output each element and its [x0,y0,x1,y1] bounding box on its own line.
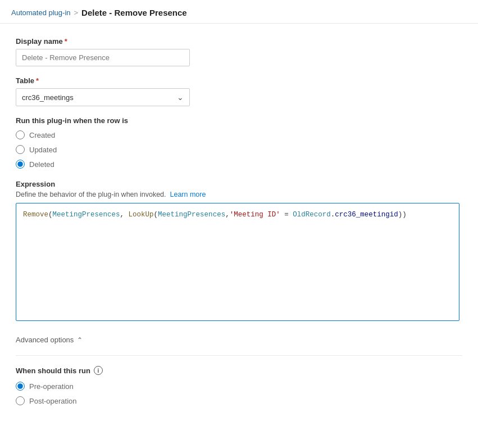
page-container: Automated plug-in > Delete - Remove Pres… [0,0,478,448]
radio-post-op-label: Post-operation [29,397,77,405]
advanced-options-bar[interactable]: Advanced options ⌃ [16,332,462,344]
chevron-down-icon: ⌄ [177,93,184,102]
radio-pre-operation[interactable]: Pre-operation [16,382,462,391]
when-run-section: When should this run i Pre-operation Pos… [16,366,462,405]
expression-section: Expression Define the behavior of the pl… [16,180,462,321]
breadcrumb-current: Delete - Remove Presence [81,8,187,17]
table-field-group: Table * crc36_meetings ⌄ [16,76,462,106]
expression-title: Expression [16,180,462,188]
advanced-options-label[interactable]: Advanced options [16,336,74,344]
table-label: Table * [16,76,462,85]
form-content: Display name * Table * crc36_meetings ⌄ … [0,24,478,430]
radio-pre-op-label: Pre-operation [29,382,74,391]
chevron-up-icon: ⌃ [77,336,83,344]
table-select[interactable]: crc36_meetings ⌄ [16,88,190,106]
radio-created-label: Created [29,131,55,139]
table-required-star: * [36,76,39,85]
radio-created[interactable]: Created [16,130,462,139]
expression-editor-container[interactable]: Remove(MeetingPresences, LookUp(MeetingP… [16,203,459,321]
radio-updated-input[interactable] [16,145,25,154]
run-when-radio-group: Created Updated Deleted [16,130,462,169]
expression-code: Remove(MeetingPresences, LookUp(MeetingP… [23,211,407,219]
radio-post-operation[interactable]: Post-operation [16,396,462,405]
run-when-label: Run this plug-in when the row is [16,116,462,125]
radio-deleted-input[interactable] [16,160,25,169]
display-name-field-group: Display name * [16,37,462,66]
radio-pre-op-input[interactable] [16,382,25,391]
breadcrumb: Automated plug-in > Delete - Remove Pres… [0,0,478,24]
breadcrumb-separator: > [74,8,79,17]
radio-deleted-label: Deleted [29,160,54,169]
breadcrumb-parent[interactable]: Automated plug-in [11,8,71,17]
divider [16,355,462,356]
radio-post-op-input[interactable] [16,396,25,405]
radio-created-input[interactable] [16,130,25,139]
when-run-title: When should this run i [16,366,462,375]
when-run-radio-group: Pre-operation Post-operation [16,382,462,405]
radio-deleted[interactable]: Deleted [16,160,462,169]
radio-updated[interactable]: Updated [16,145,462,154]
learn-more-link[interactable]: Learn more [170,191,206,198]
display-name-input[interactable] [16,49,190,66]
display-name-label: Display name * [16,37,462,46]
run-when-field-group: Run this plug-in when the row is Created… [16,116,462,169]
table-select-value: crc36_meetings [22,93,74,102]
info-icon[interactable]: i [94,366,103,375]
expression-description: Define the behavior of the plug-in when … [16,191,462,198]
required-star: * [65,37,67,46]
radio-updated-label: Updated [29,146,57,154]
